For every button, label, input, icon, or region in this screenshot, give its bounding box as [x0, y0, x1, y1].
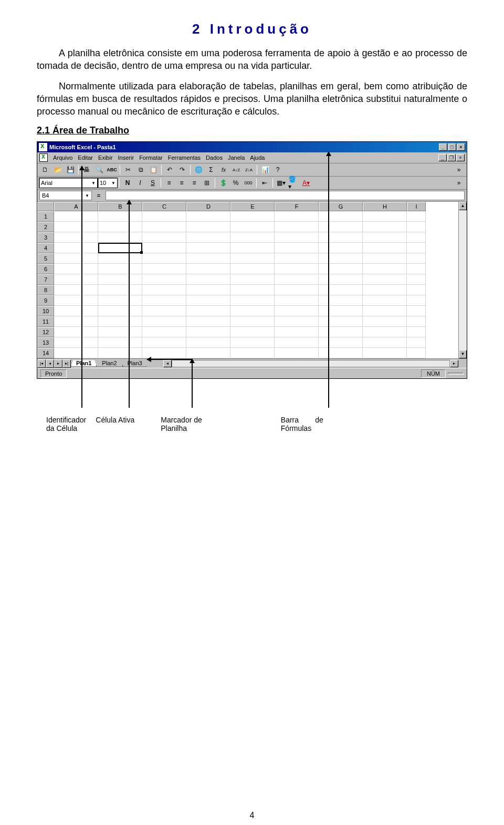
cell-G11[interactable] [319, 316, 363, 327]
select-all-corner[interactable] [37, 202, 54, 211]
row-header-1[interactable]: 1 [37, 211, 54, 222]
cell-D7[interactable] [186, 274, 230, 285]
more-buttons-icon[interactable]: » [453, 164, 465, 175]
cell-E11[interactable] [230, 316, 275, 327]
mdi-close-button[interactable]: × [456, 154, 465, 161]
sheet-tab-plan1[interactable]: Plan1 [71, 360, 97, 367]
cell-F2[interactable] [275, 222, 319, 232]
sort-asc-icon[interactable]: A↓Z [230, 164, 242, 175]
cell-D2[interactable] [186, 222, 230, 232]
cell-E12[interactable] [230, 327, 275, 337]
copy-icon[interactable]: ⧉ [135, 164, 146, 175]
cell-C9[interactable] [142, 295, 186, 306]
cell-D4[interactable] [186, 243, 230, 253]
cut-icon[interactable]: ✂ [122, 164, 134, 175]
cell-E13[interactable] [230, 337, 275, 348]
cell-B5[interactable] [98, 253, 142, 264]
cell-I2[interactable] [407, 222, 426, 232]
cell-I6[interactable] [407, 264, 426, 274]
cell-I8[interactable] [407, 285, 426, 295]
scroll-up-icon[interactable]: ▲ [459, 202, 467, 210]
cell-G1[interactable] [319, 211, 363, 222]
minimize-button[interactable]: _ [439, 143, 447, 151]
cell-B7[interactable] [98, 274, 142, 285]
cell-D3[interactable] [186, 232, 230, 243]
vertical-scrollbar[interactable]: ▲ ▼ [458, 202, 467, 358]
undo-icon[interactable]: ↶ [164, 164, 175, 175]
cell-F9[interactable] [275, 295, 319, 306]
row-header-8[interactable]: 8 [37, 285, 54, 295]
cell-I12[interactable] [407, 327, 426, 337]
cell-A6[interactable] [54, 264, 98, 274]
cell-C8[interactable] [142, 285, 186, 295]
cell-A14[interactable] [54, 348, 98, 358]
open-icon[interactable]: 📂 [52, 164, 64, 175]
paste-icon[interactable]: 📋 [148, 164, 159, 175]
cell-G3[interactable] [319, 232, 363, 243]
cell-B6[interactable] [98, 264, 142, 274]
chart-icon[interactable]: 📊 [259, 164, 271, 175]
cell-D10[interactable] [186, 306, 230, 316]
hyperlink-icon[interactable]: 🌐 [193, 164, 204, 175]
equals-button[interactable]: = [94, 192, 103, 199]
new-icon[interactable]: 🗋 [39, 164, 51, 175]
cell-D5[interactable] [186, 253, 230, 264]
cell-H14[interactable] [363, 348, 407, 358]
mdi-restore-button[interactable]: ❐ [447, 154, 456, 161]
cell-D1[interactable] [186, 211, 230, 222]
col-header-G[interactable]: G [319, 202, 363, 211]
cell-E1[interactable] [230, 211, 275, 222]
cell-C11[interactable] [142, 316, 186, 327]
cell-G13[interactable] [319, 337, 363, 348]
col-header-I[interactable]: I [407, 202, 426, 211]
cell-A8[interactable] [54, 285, 98, 295]
cell-A9[interactable] [54, 295, 98, 306]
cell-B9[interactable] [98, 295, 142, 306]
cell-G8[interactable] [319, 285, 363, 295]
cell-A1[interactable] [54, 211, 98, 222]
cell-E7[interactable] [230, 274, 275, 285]
cell-B8[interactable] [98, 285, 142, 295]
cell-F4[interactable] [275, 243, 319, 253]
tab-first-icon[interactable]: |◂ [37, 359, 46, 368]
align-center-icon[interactable]: ≡ [176, 178, 187, 188]
fill-color-icon[interactable]: 🪣▾ [288, 178, 299, 188]
scroll-down-icon[interactable]: ▼ [459, 350, 467, 358]
menu-ajuda[interactable]: Ajuda [250, 154, 265, 161]
sheet-tab-plan3[interactable]: Plan3 [122, 360, 148, 367]
cell-C10[interactable] [142, 306, 186, 316]
indent-icon[interactable]: ⇤ [259, 178, 270, 188]
bold-icon[interactable]: N [122, 178, 133, 188]
cell-H6[interactable] [363, 264, 407, 274]
cell-A5[interactable] [54, 253, 98, 264]
mdi-minimize-button[interactable]: _ [438, 154, 447, 161]
align-right-icon[interactable]: ≡ [188, 178, 200, 188]
cell-D8[interactable] [186, 285, 230, 295]
sheet-tab-plan2[interactable]: Plan2 [97, 360, 122, 367]
cell-H11[interactable] [363, 316, 407, 327]
cell-D14[interactable] [186, 348, 230, 358]
cell-I5[interactable] [407, 253, 426, 264]
row-header-5[interactable]: 5 [37, 253, 54, 264]
row-header-11[interactable]: 11 [37, 316, 54, 327]
menu-dados[interactable]: Dados [206, 154, 223, 161]
cell-C13[interactable] [142, 337, 186, 348]
col-header-C[interactable]: C [142, 202, 186, 211]
cell-I11[interactable] [407, 316, 426, 327]
menu-exibir[interactable]: Exibir [98, 154, 113, 161]
autosum-icon[interactable]: Σ [205, 164, 217, 175]
menu-janela[interactable]: Janela [228, 154, 245, 161]
row-header-6[interactable]: 6 [37, 264, 54, 274]
cell-F8[interactable] [275, 285, 319, 295]
row-header-14[interactable]: 14 [37, 348, 54, 358]
cell-H2[interactable] [363, 222, 407, 232]
maximize-button[interactable]: □ [448, 143, 456, 151]
row-header-3[interactable]: 3 [37, 232, 54, 243]
cell-I10[interactable] [407, 306, 426, 316]
cell-H10[interactable] [363, 306, 407, 316]
cell-B2[interactable] [98, 222, 142, 232]
cell-D11[interactable] [186, 316, 230, 327]
cell-H9[interactable] [363, 295, 407, 306]
cell-B4[interactable] [98, 243, 142, 253]
col-header-A[interactable]: A [54, 202, 98, 211]
